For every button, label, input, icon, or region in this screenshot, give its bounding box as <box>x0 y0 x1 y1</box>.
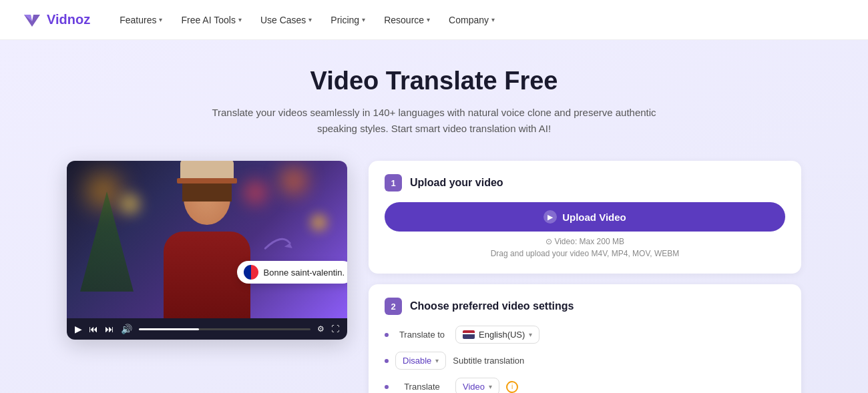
logo-icon <box>21 9 43 31</box>
nav-item-features[interactable]: Features ▾ <box>112 9 170 31</box>
logo[interactable]: Vidnoz <box>21 9 90 31</box>
settings-button[interactable]: ⚙ <box>317 324 324 334</box>
nav-item-company[interactable]: Company ▾ <box>441 9 503 31</box>
logo-text: Vidnoz <box>47 12 90 27</box>
video-select[interactable]: Video ▾ <box>455 378 499 393</box>
play-button[interactable]: ▶ <box>75 324 82 334</box>
video-controls: ▶ ⏮ ⏭ 🔊 ⚙ ⛶ <box>67 318 347 340</box>
dot-icon <box>385 333 389 337</box>
upload-video-button[interactable]: ▶ Upload Video <box>385 202 785 232</box>
subtitle-row: Disable ▾ Subtitle translation <box>385 352 785 370</box>
progress-fill <box>139 328 199 330</box>
dot-icon <box>385 385 389 389</box>
chevron-down-icon: ▾ <box>308 16 312 23</box>
translate-to-label: Translate to <box>395 330 449 340</box>
chevron-down-icon: ▾ <box>491 16 495 23</box>
disable-select[interactable]: Disable ▾ <box>395 352 446 370</box>
us-flag-icon <box>463 330 475 339</box>
chevron-down-icon: ▾ <box>489 383 492 390</box>
navbar: Vidnoz Features ▾ Free AI Tools ▾ Use Ca… <box>0 0 868 40</box>
nav-menu: Features ▾ Free AI Tools ▾ Use Cases ▾ P… <box>112 9 503 31</box>
step2-header: 2 Choose preferred video settings <box>385 298 785 315</box>
step1-card: 1 Upload your video ▶ Upload Video ⊙ Vid… <box>369 161 801 274</box>
video-size-info: ⊙ Video: Max 200 MB <box>385 237 785 246</box>
subtitle-translation-label: Subtitle translation <box>453 356 524 366</box>
chevron-down-icon: ▾ <box>435 357 439 364</box>
hero-subtitle: Translate your videos seamlessly in 140+… <box>207 105 661 137</box>
video-thumbnail: Bonne saint-valentin. <box>67 161 347 318</box>
upload-play-icon: ▶ <box>544 210 557 224</box>
hero-title: Video Translate Free <box>53 67 815 95</box>
chevron-down-icon: ▾ <box>362 16 365 23</box>
chevron-down-icon: ▾ <box>238 16 242 23</box>
next-button[interactable]: ⏭ <box>105 324 114 334</box>
step2-number: 2 <box>385 298 402 315</box>
hero-section: Video Translate Free Translate your vide… <box>0 40 868 393</box>
language-select[interactable]: English(US) ▾ <box>455 326 539 344</box>
volume-button[interactable]: 🔊 <box>121 324 132 334</box>
subtitle-text: Bonne saint-valentin. <box>264 268 345 278</box>
step2-card: 2 Choose preferred video settings Transl… <box>369 284 801 393</box>
right-panel: 1 Upload your video ▶ Upload Video ⊙ Vid… <box>369 161 801 393</box>
nav-item-pricing[interactable]: Pricing ▾ <box>322 9 373 31</box>
video-player: Bonne saint-valentin. ▶ ⏮ ⏭ 🔊 ⚙ ⛶ <box>67 161 347 340</box>
chevron-down-icon: ▾ <box>427 16 430 23</box>
nav-item-use-cases[interactable]: Use Cases ▾ <box>252 9 320 31</box>
dot-icon <box>385 359 389 363</box>
person-silhouette <box>140 165 274 318</box>
prev-button[interactable]: ⏮ <box>89 324 98 334</box>
chevron-down-icon: ▾ <box>529 331 532 338</box>
step1-number: 1 <box>385 174 402 191</box>
info-icon[interactable]: i <box>506 381 518 393</box>
nav-item-free-ai-tools[interactable]: Free AI Tools ▾ <box>173 9 249 31</box>
step1-title: Upload your video <box>410 177 503 189</box>
translate-video-row: Translate Video ▾ i <box>385 378 785 393</box>
chevron-down-icon: ▾ <box>159 16 162 23</box>
nav-item-resource[interactable]: Resource ▾ <box>376 9 438 31</box>
step1-header: 1 Upload your video <box>385 174 785 191</box>
translate-label: Translate <box>395 382 449 392</box>
content-row: Bonne saint-valentin. ▶ ⏮ ⏭ 🔊 ⚙ ⛶ 1 <box>67 161 801 393</box>
step2-title: Choose preferred video settings <box>410 300 574 312</box>
progress-bar[interactable] <box>139 328 310 330</box>
french-flag-icon <box>244 265 258 280</box>
translate-to-row: Translate to English(US) ▾ <box>385 326 785 344</box>
fullscreen-button[interactable]: ⛶ <box>331 324 339 334</box>
drag-info: Drag and upload your video M4V, MP4, MOV… <box>385 248 785 260</box>
subtitle-badge: Bonne saint-valentin. <box>237 261 347 284</box>
